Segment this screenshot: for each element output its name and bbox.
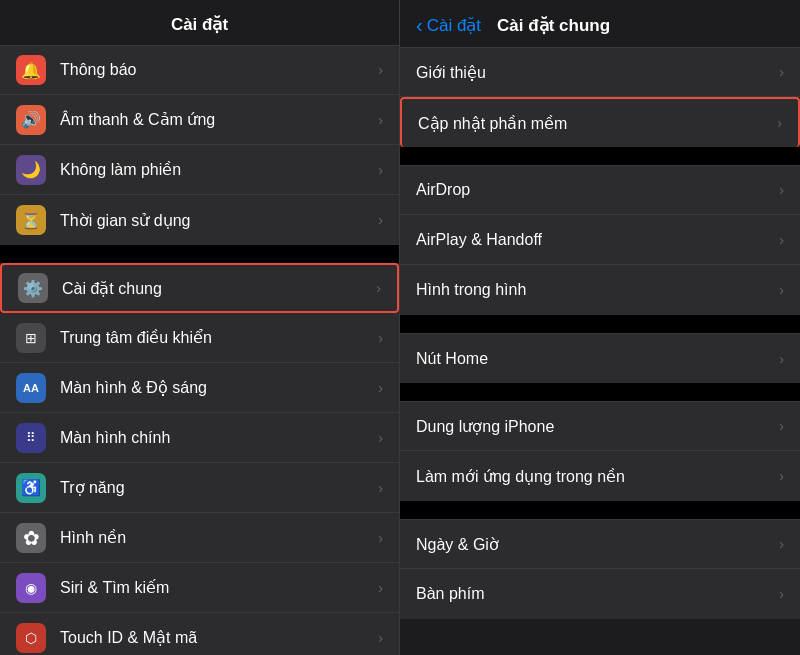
- sidebar-item-tro-nang[interactable]: ♿ Trợ năng ›: [0, 463, 399, 513]
- touch-id-chevron: ›: [378, 630, 383, 646]
- siri-label: Siri & Tìm kiếm: [60, 578, 378, 597]
- right-item-gioi-thieu[interactable]: Giới thiệu ›: [400, 47, 800, 97]
- lam-moi-chevron: ›: [779, 468, 784, 484]
- sidebar-item-cai-dat-chung[interactable]: ⚙️ Cài đặt chung › 1: [0, 263, 399, 313]
- airplay-chevron: ›: [779, 232, 784, 248]
- airdrop-label: AirDrop: [416, 181, 779, 199]
- left-panel: Cài đặt 🔔 Thông báo › 🔊 Âm thanh & Cảm ứ…: [0, 0, 400, 655]
- hinh-nen-chevron: ›: [378, 530, 383, 546]
- cap-nhat-chevron: ›: [777, 115, 782, 131]
- tro-nang-label: Trợ năng: [60, 478, 378, 497]
- touch-id-label: Touch ID & Mật mã: [60, 628, 378, 647]
- thong-bao-chevron: ›: [378, 62, 383, 78]
- divider-1: [0, 245, 399, 263]
- right-divider-1: [400, 147, 800, 165]
- right-item-ngay-gio[interactable]: Ngày & Giờ ›: [400, 519, 800, 569]
- man-hinh-chinh-icon: ⠿: [16, 423, 46, 453]
- back-label: Cài đặt: [427, 15, 481, 36]
- sidebar-item-khong-lam-phien[interactable]: 🌙 Không làm phiền ›: [0, 145, 399, 195]
- siri-chevron: ›: [378, 580, 383, 596]
- sidebar-item-man-hinh-do-sang[interactable]: AA Màn hình & Độ sáng ›: [0, 363, 399, 413]
- right-item-airplay[interactable]: AirPlay & Handoff ›: [400, 215, 800, 265]
- ngay-gio-label: Ngày & Giờ: [416, 535, 779, 554]
- dung-luong-label: Dung lượng iPhone: [416, 417, 779, 436]
- ban-phim-label: Bàn phím: [416, 585, 779, 603]
- back-button[interactable]: ‹ Cài đặt: [416, 14, 481, 37]
- gioi-thieu-label: Giới thiệu: [416, 63, 779, 82]
- cai-dat-chung-icon: ⚙️: [18, 273, 48, 303]
- right-divider-4: [400, 501, 800, 519]
- right-item-nut-home[interactable]: Nút Home ›: [400, 333, 800, 383]
- sidebar-item-trung-tam[interactable]: ⊞ Trung tâm điều khiển ›: [0, 313, 399, 363]
- right-item-hinh-trong-hinh[interactable]: Hình trong hình ›: [400, 265, 800, 315]
- right-panel: ‹ Cài đặt Cài đặt chung Giới thiệu › Cập…: [400, 0, 800, 655]
- khong-lam-phien-chevron: ›: [378, 162, 383, 178]
- am-thanh-label: Âm thanh & Cảm ứng: [60, 110, 378, 129]
- right-section-2: AirDrop › AirPlay & Handoff › Hình trong…: [400, 165, 800, 315]
- khong-lam-phien-icon: 🌙: [16, 155, 46, 185]
- lam-moi-label: Làm mới ứng dụng trong nền: [416, 467, 779, 486]
- thong-bao-icon: 🔔: [16, 55, 46, 85]
- man-hinh-chinh-label: Màn hình chính: [60, 429, 378, 447]
- man-hinh-do-sang-label: Màn hình & Độ sáng: [60, 378, 378, 397]
- thoi-gian-chevron: ›: [378, 212, 383, 228]
- hinh-nen-label: Hình nền: [60, 528, 378, 547]
- man-hinh-do-sang-chevron: ›: [378, 380, 383, 396]
- sidebar-item-touch-id[interactable]: ⬡ Touch ID & Mật mã ›: [0, 613, 399, 655]
- thoi-gian-icon: ⏳: [16, 205, 46, 235]
- sidebar-item-man-hinh-chinh[interactable]: ⠿ Màn hình chính ›: [0, 413, 399, 463]
- right-panel-header: ‹ Cài đặt Cài đặt chung: [400, 0, 800, 47]
- hinh-trong-hinh-label: Hình trong hình: [416, 281, 779, 299]
- left-panel-title: Cài đặt: [0, 0, 399, 45]
- right-settings-list: Giới thiệu › Cập nhật phần mềm › 2 AirDr…: [400, 47, 800, 655]
- sidebar-item-hinh-nen[interactable]: ✿ Hình nền ›: [0, 513, 399, 563]
- ban-phim-chevron: ›: [779, 586, 784, 602]
- am-thanh-icon: 🔊: [16, 105, 46, 135]
- trung-tam-icon: ⊞: [16, 323, 46, 353]
- nut-home-chevron: ›: [779, 351, 784, 367]
- cai-dat-chung-chevron: ›: [376, 280, 381, 296]
- left-section-1: 🔔 Thông báo › 🔊 Âm thanh & Cảm ứng › 🌙 K…: [0, 45, 399, 245]
- back-chevron-icon: ‹: [416, 14, 423, 37]
- right-item-dung-luong[interactable]: Dung lượng iPhone ›: [400, 401, 800, 451]
- right-item-airdrop[interactable]: AirDrop ›: [400, 165, 800, 215]
- cap-nhat-label: Cập nhật phần mềm: [418, 114, 777, 133]
- hinh-nen-icon: ✿: [16, 523, 46, 553]
- thong-bao-label: Thông báo: [60, 61, 378, 79]
- man-hinh-do-sang-icon: AA: [16, 373, 46, 403]
- sidebar-item-am-thanh[interactable]: 🔊 Âm thanh & Cảm ứng ›: [0, 95, 399, 145]
- trung-tam-label: Trung tâm điều khiển: [60, 328, 378, 347]
- right-panel-title: Cài đặt chung: [497, 15, 610, 36]
- right-section-4: Dung lượng iPhone › Làm mới ứng dụng tro…: [400, 401, 800, 501]
- right-item-ban-phim[interactable]: Bàn phím ›: [400, 569, 800, 619]
- nut-home-label: Nút Home: [416, 350, 779, 368]
- siri-icon: ◉: [16, 573, 46, 603]
- tro-nang-chevron: ›: [378, 480, 383, 496]
- gioi-thieu-chevron: ›: [779, 64, 784, 80]
- man-hinh-chinh-chevron: ›: [378, 430, 383, 446]
- tro-nang-icon: ♿: [16, 473, 46, 503]
- left-section-2: ⚙️ Cài đặt chung › 1 ⊞ Trung tâm điều kh…: [0, 263, 399, 655]
- dung-luong-chevron: ›: [779, 418, 784, 434]
- right-item-lam-moi[interactable]: Làm mới ứng dụng trong nền ›: [400, 451, 800, 501]
- sidebar-item-thong-bao[interactable]: 🔔 Thông báo ›: [0, 45, 399, 95]
- right-divider-2: [400, 315, 800, 333]
- trung-tam-chevron: ›: [378, 330, 383, 346]
- hinh-trong-hinh-chevron: ›: [779, 282, 784, 298]
- left-settings-list: 🔔 Thông báo › 🔊 Âm thanh & Cảm ứng › 🌙 K…: [0, 45, 399, 655]
- airdrop-chevron: ›: [779, 182, 784, 198]
- right-section-5: Ngày & Giờ › Bàn phím ›: [400, 519, 800, 619]
- right-section-3: Nút Home ›: [400, 333, 800, 383]
- sidebar-item-siri[interactable]: ◉ Siri & Tìm kiếm ›: [0, 563, 399, 613]
- airplay-label: AirPlay & Handoff: [416, 231, 779, 249]
- right-section-1: Giới thiệu › Cập nhật phần mềm › 2: [400, 47, 800, 147]
- touch-id-icon: ⬡: [16, 623, 46, 653]
- thoi-gian-label: Thời gian sử dụng: [60, 211, 378, 230]
- cai-dat-chung-label: Cài đặt chung: [62, 279, 376, 298]
- am-thanh-chevron: ›: [378, 112, 383, 128]
- sidebar-item-thoi-gian[interactable]: ⏳ Thời gian sử dụng ›: [0, 195, 399, 245]
- khong-lam-phien-label: Không làm phiền: [60, 160, 378, 179]
- right-divider-3: [400, 383, 800, 401]
- right-item-cap-nhat[interactable]: Cập nhật phần mềm › 2: [400, 97, 800, 147]
- ngay-gio-chevron: ›: [779, 536, 784, 552]
